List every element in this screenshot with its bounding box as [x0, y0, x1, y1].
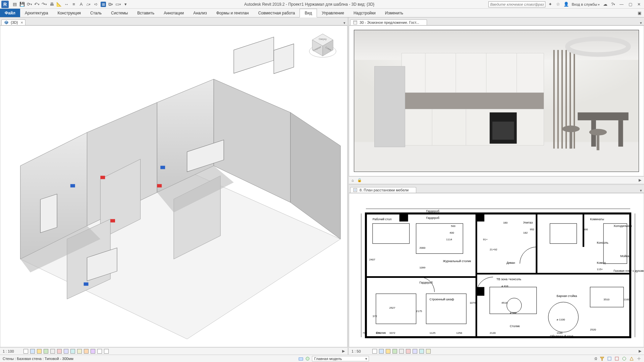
svg-text:Обеденный стол: Обеденный стол: [550, 335, 573, 338]
plan-view-options-icon[interactable]: ▾: [638, 188, 644, 193]
tab-systems[interactable]: Системы: [106, 9, 132, 17]
tab-collaborate[interactable]: Совместная работа: [254, 9, 300, 17]
viewcube[interactable]: Сверху Спереди Слева: [308, 32, 337, 61]
model-3d-canvas[interactable]: [0, 26, 347, 339]
tab-modify[interactable]: Изменить: [380, 9, 408, 17]
tab-structure[interactable]: Конструкция: [53, 9, 86, 17]
view-tab-plan[interactable]: 8. План расстановки мебели: [350, 187, 416, 193]
sb-workset-icon[interactable]: [299, 356, 303, 361]
sb-select-underlay-icon[interactable]: [614, 356, 619, 361]
sb-filter-icon[interactable]: [600, 356, 604, 361]
floorplan-drawing[interactable]: Рабочий стол Гардероб Гардероб Гардероб …: [349, 193, 644, 347]
search-input[interactable]: [488, 1, 545, 7]
pvc-reveal-icon[interactable]: [419, 349, 424, 354]
left-scroll-right-icon[interactable]: ▶: [342, 349, 345, 353]
switch-windows-icon[interactable]: ▭: [115, 2, 121, 7]
infocenter-icon[interactable]: ✦: [547, 2, 553, 7]
vc-analytic-icon[interactable]: [84, 349, 89, 354]
vc-sun-icon[interactable]: [37, 349, 42, 354]
tab-architecture[interactable]: Архитектура: [20, 9, 53, 17]
status-model-selector[interactable]: Главная модель: [312, 356, 369, 361]
help-icon[interactable]: ?: [610, 2, 616, 7]
close-button[interactable]: ✕: [636, 2, 642, 7]
close-views-icon[interactable]: ⧉: [108, 2, 113, 7]
sb-select-links-icon[interactable]: [607, 356, 612, 361]
qat-customize-icon[interactable]: ▾: [123, 2, 128, 7]
view-tab-render[interactable]: 30 - Эскизное предложение. Гост...: [350, 19, 427, 25]
vc-props-icon[interactable]: [77, 349, 82, 354]
home-icon[interactable]: ⌂: [86, 2, 91, 7]
svg-text:500: 500: [583, 228, 588, 231]
align-icon[interactable]: ≡: [71, 2, 76, 7]
ribbon-collapse-icon[interactable]: ▣: [635, 9, 644, 17]
minimize-button[interactable]: —: [619, 2, 625, 7]
user-icon[interactable]: 👤: [564, 2, 569, 7]
svg-rect-18: [40, 194, 57, 233]
tab-addins[interactable]: Надстройки: [349, 9, 380, 17]
render-scroll-right-icon[interactable]: ▶: [639, 178, 641, 182]
plan-scroll-right-icon[interactable]: ▶: [639, 349, 641, 353]
print-icon[interactable]: 🖶: [49, 2, 54, 7]
tab-steel[interactable]: Сталь: [86, 9, 106, 17]
sb-select-face-icon[interactable]: [629, 356, 634, 361]
tab-manage[interactable]: Управление: [317, 9, 349, 17]
pane-render: 30 - Эскизное предложение. Гост... ▾: [349, 17, 644, 185]
plan-scale[interactable]: 1 : 50: [352, 349, 369, 353]
tab-view[interactable]: Вид: [300, 9, 317, 17]
left-scale[interactable]: 1 : 100: [3, 349, 20, 353]
tab-annotate[interactable]: Аннотации: [159, 9, 189, 17]
render-view-options-icon[interactable]: ▾: [638, 21, 644, 25]
favorite-icon[interactable]: ☆: [555, 2, 561, 7]
undo-icon[interactable]: ↶: [34, 2, 40, 7]
arrow-icon[interactable]: ➪: [93, 2, 99, 7]
pvc-crop-icon[interactable]: [406, 349, 411, 354]
vc-constraints-icon[interactable]: [91, 349, 95, 354]
vc-shadows-icon[interactable]: [44, 349, 48, 354]
tab-analyze[interactable]: Анализ: [189, 9, 212, 17]
vc-crop-icon[interactable]: [57, 349, 62, 354]
vc-extra2-icon[interactable]: [104, 349, 109, 354]
tab-insert[interactable]: Вставить: [132, 9, 159, 17]
pvc-props-icon[interactable]: [426, 349, 431, 354]
vc-style-icon[interactable]: [30, 349, 35, 354]
save-icon[interactable]: 💾: [19, 2, 25, 7]
view-options-icon[interactable]: ▾: [341, 21, 347, 25]
pvc-style-icon[interactable]: [379, 349, 384, 354]
exchange-icon[interactable]: ☁: [602, 2, 608, 7]
pvc-shadows-icon[interactable]: [392, 349, 397, 354]
sb-editable-icon[interactable]: [305, 356, 310, 361]
text-icon[interactable]: A: [78, 2, 84, 7]
vc-render-icon[interactable]: [50, 349, 55, 354]
render-viewport[interactable]: [349, 25, 644, 176]
sb-drag-icon[interactable]: [637, 356, 641, 361]
dimension-icon[interactable]: ↔: [64, 2, 69, 7]
titlebar: R ▤ 💾 ⟳ ↶ ↷ 🖶 📐 ↔ ≡ A ⌂ ➪ ≣ ⧉ ▭ ▾ Autode…: [0, 0, 644, 9]
vc-extra1-icon[interactable]: [97, 349, 102, 354]
vc-graphics-icon[interactable]: [23, 349, 28, 354]
svg-point-139: [623, 357, 626, 360]
viewport-3d[interactable]: Сверху Спереди Слева: [0, 25, 347, 347]
view-tab-3d[interactable]: {3D} ✕: [1, 19, 25, 25]
file-tab[interactable]: Файл: [0, 9, 20, 17]
redo-icon[interactable]: ↷: [42, 2, 47, 7]
vc-reveal-icon[interactable]: [70, 349, 75, 354]
pvc-hide-icon[interactable]: [413, 349, 417, 354]
plan-viewport[interactable]: Рабочий стол Гардероб Гардероб Гардероб …: [349, 193, 644, 347]
sb-select-pinned-icon[interactable]: [622, 356, 627, 361]
pvc-sun-icon[interactable]: [386, 349, 390, 354]
vc-hide-icon[interactable]: [64, 349, 68, 354]
pvc-graphics-icon[interactable]: [372, 349, 377, 354]
maximize-button[interactable]: ▢: [627, 2, 633, 7]
status-middle: Главная модель: [299, 356, 369, 361]
pvc-render-icon[interactable]: [399, 349, 404, 354]
render-nav-home-icon[interactable]: ⌂: [352, 178, 354, 182]
tab-massing[interactable]: Формы и генплан: [212, 9, 254, 17]
thin-lines-icon[interactable]: ≣: [101, 2, 106, 7]
measure-icon[interactable]: 📐: [56, 2, 62, 7]
render-nav-lock-icon[interactable]: 🔒: [357, 178, 362, 182]
open-icon[interactable]: ▤: [12, 2, 17, 7]
view-tab-close-icon[interactable]: ✕: [20, 21, 23, 24]
sync-icon[interactable]: ⟳: [27, 2, 32, 7]
signin-link[interactable]: Вход в службы: [572, 2, 600, 6]
svg-text:1946: 1946: [557, 331, 563, 335]
